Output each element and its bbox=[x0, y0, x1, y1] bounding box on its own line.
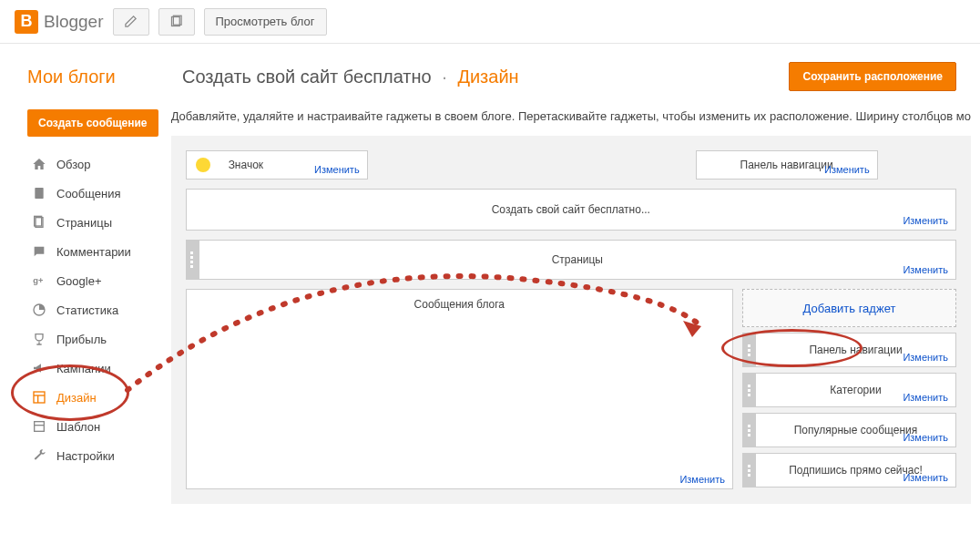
drag-handle[interactable] bbox=[742, 413, 755, 447]
trophy-icon bbox=[31, 331, 47, 347]
sidebar-item-template[interactable]: Шаблон bbox=[27, 412, 162, 441]
drag-handle[interactable] bbox=[742, 333, 755, 367]
sidebar-item-settings[interactable]: Настройки bbox=[27, 441, 162, 470]
drag-handle[interactable] bbox=[742, 373, 755, 407]
side-gadget-row: Панель навигацииИзменить bbox=[742, 333, 956, 367]
pencil-icon bbox=[124, 15, 138, 28]
add-gadget-link[interactable]: Добавить гаджет bbox=[803, 302, 896, 315]
sidebar-item-googleplus[interactable]: g+Google+ bbox=[27, 266, 162, 295]
blog-posts-gadget[interactable]: Сообщения блога Изменить bbox=[186, 289, 733, 489]
add-gadget-slot[interactable]: Добавить гаджет bbox=[742, 289, 956, 327]
header-gadget[interactable]: Создать свой сайт бесплатно... Изменить bbox=[186, 189, 956, 231]
sidebar-item-overview[interactable]: Обзор bbox=[27, 149, 162, 179]
svg-text:g+: g+ bbox=[33, 276, 44, 285]
sidebar-item-earnings[interactable]: Прибыль bbox=[27, 324, 162, 354]
brand-text: Blogger bbox=[44, 12, 104, 32]
side-gadget-row: КатегорииИзменить bbox=[742, 373, 956, 407]
edit-link[interactable]: Изменить bbox=[903, 472, 948, 483]
svg-rect-9 bbox=[35, 422, 45, 432]
side-gadget-row: Популярные сообщенияИзменить bbox=[742, 413, 956, 447]
logo[interactable]: B Blogger bbox=[15, 10, 104, 34]
save-layout-button[interactable]: Сохранить расположение bbox=[789, 62, 956, 91]
edit-link[interactable]: Изменить bbox=[903, 432, 948, 443]
wrench-icon bbox=[31, 447, 47, 464]
main-layout: Создать сообщение Обзор Сообщения Страни… bbox=[0, 109, 980, 504]
gplus-icon: g+ bbox=[31, 272, 47, 289]
svg-rect-6 bbox=[34, 392, 45, 403]
megaphone-icon bbox=[31, 360, 47, 376]
pages-icon bbox=[31, 214, 47, 231]
favicon-gadget[interactable]: Значок Изменить bbox=[186, 150, 368, 180]
layout-icon bbox=[31, 389, 47, 405]
comment-icon bbox=[31, 243, 47, 260]
section-name: Дизайн bbox=[457, 67, 518, 87]
edit-link[interactable]: Изменить bbox=[903, 264, 948, 275]
content-panel: Добавляйте, удаляйте и настраивайте гадж… bbox=[171, 109, 971, 504]
drag-handle[interactable] bbox=[742, 453, 755, 488]
side-gadget-popular[interactable]: Популярные сообщенияИзменить bbox=[755, 413, 956, 447]
edit-link[interactable]: Изменить bbox=[314, 164, 360, 175]
sidebar: Создать сообщение Обзор Сообщения Страни… bbox=[27, 109, 162, 504]
sidebar-item-pages[interactable]: Страницы bbox=[27, 208, 162, 237]
layout-stage: Значок Изменить Панель навигации Изменит… bbox=[171, 136, 971, 504]
sidebar-item-layout[interactable]: Дизайн bbox=[27, 383, 162, 412]
posts-list-button[interactable] bbox=[158, 8, 195, 36]
sidebar-item-comments[interactable]: Комментарии bbox=[27, 237, 162, 266]
drag-handle[interactable] bbox=[186, 240, 199, 280]
my-blogs-link[interactable]: Мои блоги bbox=[27, 67, 182, 87]
sidebar-item-posts[interactable]: Сообщения bbox=[27, 179, 162, 208]
blog-title[interactable]: Создать свой сайт бесплатно bbox=[182, 67, 432, 87]
home-icon bbox=[31, 156, 47, 172]
document-icon bbox=[31, 185, 47, 201]
edit-link[interactable]: Изменить bbox=[903, 352, 948, 363]
sidebar-item-stats[interactable]: Статистика bbox=[27, 295, 162, 324]
navbar-gadget[interactable]: Панель навигации Изменить bbox=[696, 150, 878, 180]
compose-button[interactable] bbox=[113, 8, 149, 36]
create-post-button[interactable]: Создать сообщение bbox=[27, 109, 158, 137]
list-icon bbox=[169, 15, 183, 28]
edit-link[interactable]: Изменить bbox=[824, 164, 870, 175]
side-gadget-navbar[interactable]: Панель навигацииИзменить bbox=[755, 333, 956, 367]
edit-link[interactable]: Изменить bbox=[903, 215, 948, 226]
smiley-icon bbox=[196, 158, 210, 172]
breadcrumb: Создать свой сайт бесплатно · Дизайн bbox=[182, 67, 519, 87]
pages-gadget-row: Страницы Изменить bbox=[186, 240, 956, 280]
template-icon bbox=[31, 418, 47, 435]
side-gadget-row: Подпишись прямо сейчас!Изменить bbox=[742, 453, 956, 488]
edit-link[interactable]: Изменить bbox=[679, 474, 725, 485]
preview-blog-button[interactable]: Просмотреть блог bbox=[204, 8, 327, 36]
svg-rect-2 bbox=[35, 188, 43, 199]
chart-icon bbox=[31, 302, 47, 318]
header-bar: B Blogger Просмотреть блог bbox=[0, 0, 980, 44]
blogger-logo-icon: B bbox=[15, 10, 38, 34]
intro-text: Добавляйте, удаляйте и настраивайте гадж… bbox=[171, 109, 971, 123]
pages-gadget[interactable]: Страницы Изменить bbox=[199, 240, 956, 280]
page-header-row: Мои блоги Создать свой сайт бесплатно · … bbox=[0, 44, 980, 109]
side-gadget-subscribe[interactable]: Подпишись прямо сейчас!Изменить bbox=[755, 453, 956, 488]
sidebar-item-campaigns[interactable]: Кампании bbox=[27, 354, 162, 383]
side-gadget-categories[interactable]: КатегорииИзменить bbox=[755, 373, 956, 407]
edit-link[interactable]: Изменить bbox=[903, 392, 948, 403]
